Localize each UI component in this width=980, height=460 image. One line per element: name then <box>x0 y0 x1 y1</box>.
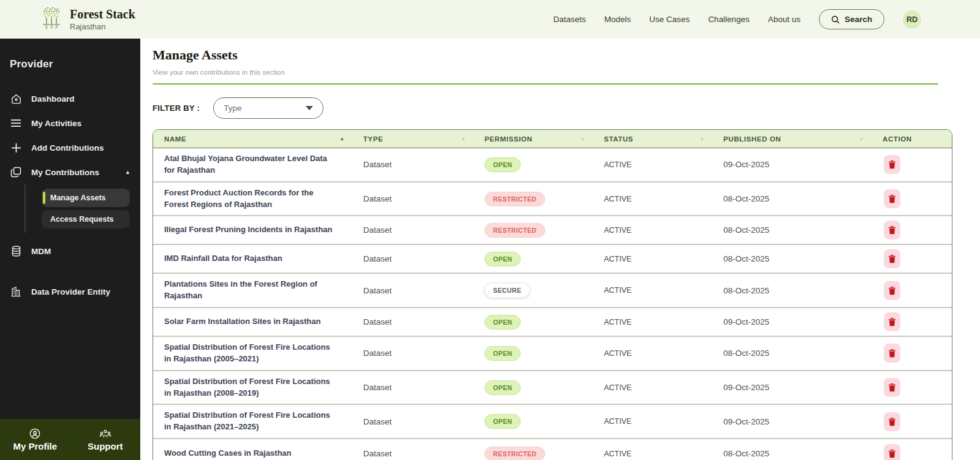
sidebar-subnav: Manage Assets Access Requests <box>24 184 140 233</box>
asset-name-link[interactable]: Spatial Distribution of Forest Fire Loca… <box>153 405 363 438</box>
asset-name-link[interactable]: Plantations Sites in the Forest Region o… <box>153 274 363 307</box>
permission-cell: OPEN <box>484 346 604 361</box>
asset-name-link[interactable]: Spatial Distribution of Forest Fire Loca… <box>153 337 363 370</box>
trash-icon <box>888 254 896 263</box>
permission-cell: SECURE <box>484 283 604 298</box>
trash-icon <box>888 160 896 169</box>
asset-type: Dataset <box>363 383 484 392</box>
action-cell <box>883 155 952 174</box>
nav-challenges[interactable]: Challenges <box>708 15 750 24</box>
nav-use-cases[interactable]: Use Cases <box>649 15 690 24</box>
delete-button[interactable] <box>884 221 900 239</box>
sidebar-item-my-activities[interactable]: My Activities <box>0 111 140 135</box>
sidebar: Provider Dashboard My Activities <box>0 39 140 460</box>
asset-name-link[interactable]: Forest Product Auction Records for the F… <box>153 183 363 216</box>
published-date: 09-Oct-2025 <box>723 317 883 326</box>
sidebar-item-label: My Activities <box>31 119 81 128</box>
column-header-permission[interactable]: PERMISSION▲ <box>484 135 604 143</box>
copy-icon <box>10 166 22 178</box>
status-text: ACTIVE <box>604 417 723 426</box>
trash-icon <box>888 286 896 295</box>
asset-name-link[interactable]: Spatial Distribution of Forest Fire Loca… <box>153 371 363 404</box>
action-cell <box>883 412 952 431</box>
nav-datasets[interactable]: Datasets <box>553 15 586 24</box>
my-profile-button[interactable]: My Profile <box>0 419 70 460</box>
published-date: 08-Oct-2025 <box>723 225 883 235</box>
permission-badge: RESTRICTED <box>484 447 545 460</box>
asset-name-link[interactable]: Illegal Forest Pruning Incidents in Raja… <box>153 219 363 241</box>
action-cell <box>883 221 952 239</box>
permission-cell: RESTRICTED <box>484 223 604 238</box>
sidebar-item-access-requests[interactable]: Access Requests <box>42 210 130 228</box>
my-profile-label: My Profile <box>13 441 57 451</box>
status-text: ACTIVE <box>604 195 723 203</box>
delete-button[interactable] <box>884 281 900 300</box>
action-cell <box>883 189 952 208</box>
trash-icon <box>888 449 896 458</box>
delete-button[interactable] <box>884 412 900 431</box>
column-header-name[interactable]: NAME▲ <box>153 135 363 143</box>
permission-badge: RESTRICTED <box>484 192 545 206</box>
permission-badge: OPEN <box>484 157 521 172</box>
type-filter-dropdown[interactable]: Type <box>213 97 323 119</box>
delete-button[interactable] <box>884 378 900 397</box>
trash-icon <box>888 349 896 358</box>
column-header-status[interactable]: STATUS▲ <box>604 135 723 143</box>
table-row: Wood Cutting Cases in Rajasthan Dataset … <box>153 439 952 460</box>
table-row: Forest Product Auction Records for the F… <box>153 183 952 217</box>
sort-caret-icon: ▲ <box>859 136 864 141</box>
trash-icon <box>888 317 896 326</box>
green-divider <box>153 83 938 85</box>
asset-name-link[interactable]: Solar Farm Installation Sites in Rajasth… <box>153 311 363 333</box>
delete-button[interactable] <box>884 155 900 174</box>
user-avatar[interactable]: RD <box>903 10 921 29</box>
asset-type: Dataset <box>363 317 484 326</box>
table-row: Illegal Forest Pruning Incidents in Raja… <box>153 216 952 245</box>
table-row: Plantations Sites in the Forest Region o… <box>153 274 952 308</box>
action-cell <box>883 312 952 331</box>
status-text: ACTIVE <box>604 255 723 263</box>
nav-about-us[interactable]: About us <box>768 15 801 24</box>
table-row: Spatial Distribution of Forest Fire Loca… <box>153 405 952 439</box>
support-button[interactable]: Support <box>70 419 141 460</box>
sidebar-item-manage-assets[interactable]: Manage Assets <box>42 189 130 207</box>
permission-badge: OPEN <box>484 315 521 330</box>
sidebar-item-add-contributions[interactable]: Add Contributions <box>0 135 140 160</box>
app-root: Forest Stack Rajasthan Datasets Models U… <box>0 0 980 460</box>
sort-caret-icon: ▲ <box>339 136 345 141</box>
sidebar-item-my-contributions[interactable]: My Contributions ▲ <box>0 160 140 184</box>
home-icon <box>10 92 22 105</box>
sidebar-item-data-provider-entity[interactable]: Data Provider Entity <box>0 279 140 304</box>
action-cell <box>883 281 952 300</box>
asset-name-link[interactable]: Atal Bhujal Yojana Groundwater Level Dat… <box>153 148 363 181</box>
asset-type: Dataset <box>363 349 484 358</box>
column-header-type[interactable]: TYPE▲ <box>363 135 484 143</box>
top-navigation: Datasets Models Use Cases Challenges Abo… <box>553 9 921 29</box>
delete-button[interactable] <box>884 312 900 331</box>
table-row: Atal Bhujal Yojana Groundwater Level Dat… <box>153 148 952 183</box>
forest-stack-logo-icon <box>39 6 64 34</box>
permission-cell: OPEN <box>484 157 604 172</box>
sidebar-item-dashboard[interactable]: Dashboard <box>0 86 140 111</box>
search-button[interactable]: Search <box>819 9 884 29</box>
asset-name-link[interactable]: IMD Rainfall Data for Rajasthan <box>153 248 363 270</box>
asset-type: Dataset <box>363 449 484 458</box>
column-header-action[interactable]: ACTION <box>883 135 952 143</box>
database-icon <box>10 245 22 257</box>
brand-name: Forest Stack <box>70 7 135 21</box>
column-header-published-on[interactable]: PUBLISHED ON▲ <box>723 135 883 143</box>
delete-button[interactable] <box>884 344 900 363</box>
brand[interactable]: Forest Stack Rajasthan <box>39 6 135 34</box>
delete-button[interactable] <box>884 189 900 208</box>
permission-cell: OPEN <box>484 414 604 429</box>
sidebar-item-mdm[interactable]: MDM <box>0 239 140 263</box>
published-date: 08-Oct-2025 <box>723 349 883 358</box>
action-cell <box>883 444 952 460</box>
asset-name-link[interactable]: Wood Cutting Cases in Rajasthan <box>153 443 363 460</box>
table-body: Atal Bhujal Yojana Groundwater Level Dat… <box>153 148 952 460</box>
building-icon <box>10 285 22 298</box>
nav-models[interactable]: Models <box>605 15 631 24</box>
delete-button[interactable] <box>884 444 900 460</box>
delete-button[interactable] <box>884 249 900 268</box>
sidebar-role-label: Provider <box>10 58 140 70</box>
